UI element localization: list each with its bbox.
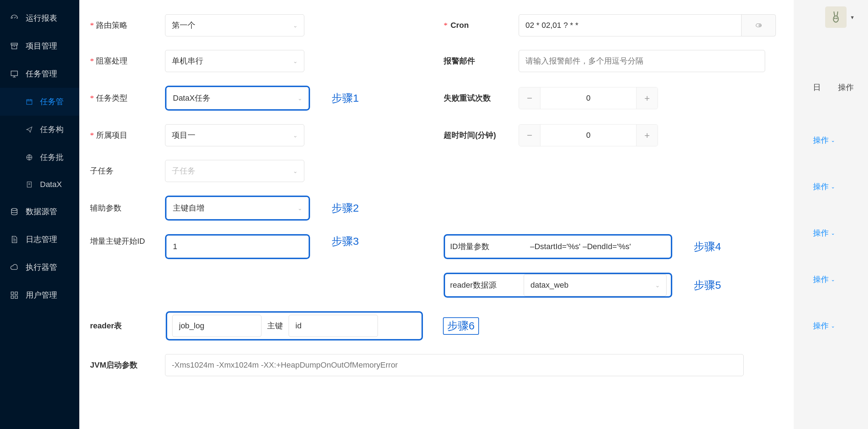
form-panel: *路由策略 第一个⌄ * Cron *阻塞处理 单机串行⌄ 报警邮件 [79,0,794,429]
chevron-down-icon: ⌄ [293,132,298,139]
row-aux-param: 辅助参数 主键自增⌄ 步骤2 [90,196,422,221]
svg-rect-9 [11,296,14,298]
stepper-value: 0 [540,87,636,109]
highlight-step1: DataX任务⌄ [165,86,310,111]
stepper-retry[interactable]: − 0 + [519,87,658,109]
file-icon [10,235,19,244]
sidebar-item-user[interactable]: 用户管理 [0,281,79,309]
stepper-timeout[interactable]: − 0 + [519,124,658,146]
select-block[interactable]: 单机串行⌄ [165,50,304,72]
chevron-down-icon: ⌄ [293,22,298,29]
step-label-4: 步骤4 [694,239,721,254]
sidebar-sub-datax[interactable]: DataX [0,171,79,198]
label-routing: *路由策略 [90,20,158,31]
globe-icon [26,153,33,162]
svg-point-6 [11,208,17,211]
select-project[interactable]: 项目一⌄ [165,124,304,146]
input-alarm[interactable] [519,50,765,72]
highlight-step3 [165,234,310,259]
sidebar-item-label: 任务批 [40,152,64,163]
label-jvm: JVM启动参数 [90,360,158,370]
input-id-inc-param[interactable] [524,236,667,258]
row-subtask: 子任务 子任务⌄ [90,160,422,182]
select-task-type[interactable]: DataX任务⌄ [166,87,309,109]
select-reader-ds[interactable]: datax_web⌄ [524,274,667,296]
note-icon [26,180,33,189]
sidebar-item-executor[interactable]: 执行器管 [0,253,79,281]
highlight-step4: ID增量参数 [444,234,672,259]
label-id-inc-param: ID增量参数 [445,241,524,252]
input-pk[interactable] [289,315,378,337]
svg-rect-2 [11,71,18,76]
row-task-type: *任务类型 DataX任务⌄ 步骤1 [90,86,422,111]
cloud-icon [10,263,19,272]
monitor-icon [10,70,19,78]
plus-button[interactable]: + [636,125,658,146]
row-timeout: 超时时间(分钟) − 0 + [444,124,776,146]
row-reader-table: reader表 主键 步骤6 [90,311,776,340]
plus-button[interactable]: + [636,87,658,109]
sidebar-item-label: 数据源管 [26,206,57,217]
paper-plane-icon [26,125,33,134]
chevron-down-icon: ⌄ [298,95,302,102]
calendar-icon [26,97,33,106]
label-retry: 失败重试次数 [444,93,512,104]
cron-helper-button[interactable] [742,14,776,36]
minus-button[interactable]: − [519,87,540,109]
row-alarm: 报警邮件 [444,50,776,72]
sidebar-item-log[interactable]: 日志管理 [0,226,79,253]
step-label-1: 步骤1 [331,91,359,106]
step-label-2: 步骤2 [331,201,359,216]
highlight-step2: 主键自增⌄ [165,196,310,221]
sidebar-item-label: 日志管理 [26,234,57,245]
sidebar-item-datasource[interactable]: 数据源管 [0,198,79,226]
svg-rect-3 [27,100,32,104]
sidebar-sub-task-batch[interactable]: 任务批 [0,143,79,171]
sidebar-item-label: 执行器管 [26,262,57,273]
label-inc-start-id: 增量主键开始ID [90,234,158,248]
row-jvm: JVM启动参数 [90,354,776,376]
svg-rect-8 [15,292,18,294]
select-subtask[interactable]: 子任务⌄ [165,160,304,182]
sidebar-item-label: 用户管理 [26,290,57,301]
input-reader-table[interactable] [172,315,261,337]
label-block: *阻塞处理 [90,56,158,66]
input-inc-start-id[interactable] [166,236,309,258]
row-block: *阻塞处理 单机串行⌄ [90,50,422,72]
svg-point-15 [759,25,760,26]
svg-rect-7 [11,292,14,294]
sidebar-item-project[interactable]: 项目管理 [0,32,79,60]
select-routing[interactable]: 第一个⌄ [165,14,304,36]
chevron-down-icon: ⌄ [655,282,660,289]
sidebar-item-label: 项目管理 [26,41,57,51]
task-form-modal: *路由策略 第一个⌄ * Cron *阻塞处理 单机串行⌄ 报警邮件 [79,0,868,429]
row-reader-ds: reader数据源 datax_web⌄ 步骤5 [444,273,776,298]
minus-button[interactable]: − [519,125,540,146]
label-aux-param: 辅助参数 [90,203,158,213]
row-retry: 失败重试次数 − 0 + [444,86,776,111]
input-cron[interactable] [519,14,742,36]
sidebar: 运行报表 项目管理 任务管理 任务管 任务构 任务批 DataX 数据源管 [0,0,79,429]
label-alarm: 报警邮件 [444,56,512,66]
chevron-down-icon: ⌄ [298,205,302,212]
sidebar-sub-task-manage[interactable]: 任务管 [0,88,79,116]
label-project: *所属项目 [90,130,158,141]
sidebar-item-label: 任务构 [40,124,64,135]
sidebar-item-task[interactable]: 任务管理 [0,60,79,88]
dashboard-icon [10,14,19,22]
sidebar-sub-task-build[interactable]: 任务构 [0,116,79,143]
input-jvm[interactable] [165,354,744,376]
svg-rect-10 [15,296,18,298]
label-task-type: *任务类型 [90,93,158,104]
highlight-step6: 主键 [166,311,423,340]
sidebar-item-label: 运行报表 [26,13,57,24]
archive-icon [10,42,19,50]
highlight-step5: reader数据源 datax_web⌄ [444,273,672,298]
stepper-value: 0 [540,125,636,146]
step-label-5: 步骤5 [694,278,721,293]
label-reader-table: reader表 [90,321,158,331]
sidebar-item-dashboard[interactable]: 运行报表 [0,4,79,32]
select-aux-param[interactable]: 主键自增⌄ [166,197,309,219]
chevron-down-icon: ⌄ [293,58,298,65]
label-pk: 主键 [267,321,283,331]
